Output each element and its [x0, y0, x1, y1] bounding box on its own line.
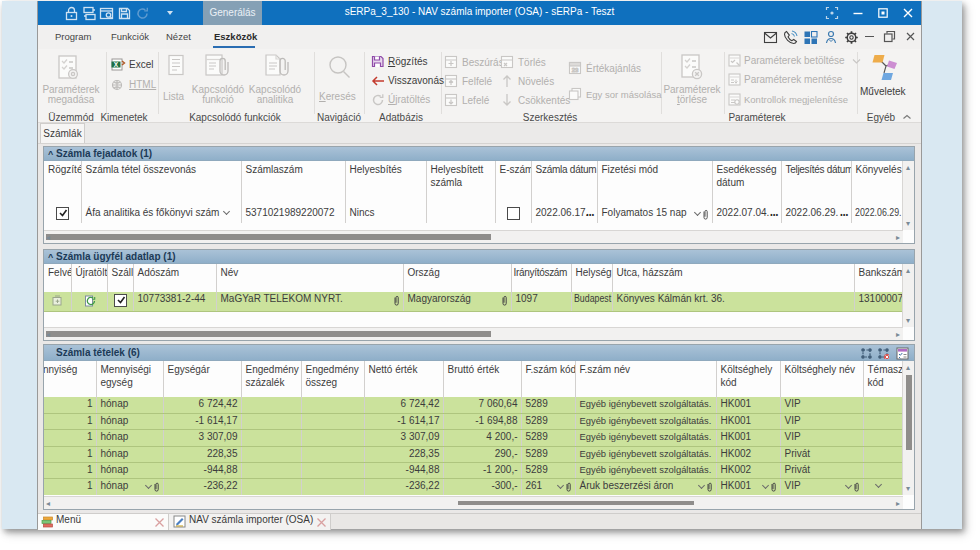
svg-text:X: X [114, 61, 119, 68]
svg-text:23: 23 [572, 67, 579, 73]
